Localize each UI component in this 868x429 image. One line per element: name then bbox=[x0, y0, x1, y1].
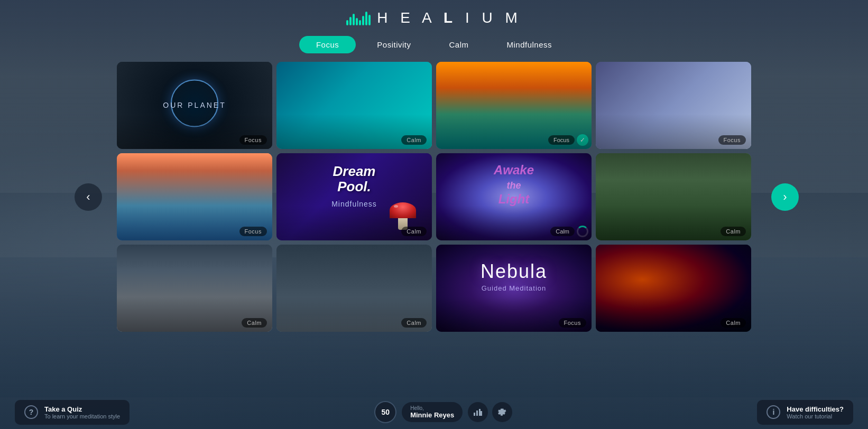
prev-button[interactable]: ‹ bbox=[75, 183, 102, 211]
logo-bar-6 bbox=[362, 16, 364, 25]
check-badge: Focus bbox=[548, 135, 575, 145]
logo-bar-2 bbox=[349, 17, 352, 25]
tab-calm[interactable]: Calm bbox=[432, 36, 485, 53]
card-badge-focus: Focus bbox=[239, 135, 267, 145]
card-badge-calm: Calm bbox=[401, 135, 427, 145]
card-badge-calm-10: Calm bbox=[401, 318, 427, 328]
card-winter-road[interactable]: Focus bbox=[596, 62, 751, 149]
card-badge-calm-12: Calm bbox=[721, 318, 746, 328]
media-grid: OUR PLANET Focus Calm Focus ✓ Focus bbox=[117, 62, 751, 332]
logo-bar-3 bbox=[353, 14, 355, 25]
card-badge-calm-9: Calm bbox=[242, 318, 267, 328]
loading-spinner bbox=[577, 226, 588, 237]
header: H E A L I U M bbox=[346, 0, 522, 32]
nav-tabs: Focus Positivity Calm Mindfulness bbox=[299, 36, 569, 53]
logo-bar-7 bbox=[365, 12, 367, 25]
logo-bar-1 bbox=[346, 20, 348, 25]
dream-pool-title: DreamPool. bbox=[276, 164, 432, 194]
card-forest[interactable]: Calm bbox=[596, 153, 751, 240]
app-title: H E A L I U M bbox=[377, 10, 522, 26]
card-badge-calm-8: Calm bbox=[721, 227, 746, 236]
logo-bar-4 bbox=[356, 18, 358, 25]
mushroom-cap bbox=[390, 202, 416, 218]
logo-bar-5 bbox=[359, 20, 361, 25]
planet-title: OUR PLANET bbox=[163, 101, 226, 109]
awake-title: Awake the Light bbox=[436, 163, 592, 207]
mushroom-decoration bbox=[390, 202, 416, 230]
card-badge-calm-6: Calm bbox=[401, 227, 427, 236]
card-nebula[interactable]: Nebula Guided Meditation Focus bbox=[436, 245, 592, 332]
nebula-title: Nebula bbox=[436, 260, 592, 283]
card-foggy-forest[interactable]: Calm bbox=[276, 245, 432, 332]
card-waterfall[interactable]: Focus ✓ bbox=[436, 62, 592, 149]
card-badge-focus-4: Focus bbox=[718, 135, 746, 145]
nebula-subtitle: Guided Meditation bbox=[436, 284, 592, 292]
card-dream-pool[interactable]: DreamPool. Mindfulness Calm bbox=[276, 153, 432, 240]
next-button[interactable]: › bbox=[771, 183, 799, 211]
card-beach-sunset[interactable]: Focus bbox=[117, 153, 272, 240]
card-our-planet[interactable]: OUR PLANET Focus bbox=[117, 62, 272, 149]
logo-icon bbox=[346, 11, 371, 25]
card-cosmic[interactable]: Calm bbox=[596, 245, 751, 332]
spinner-badge: Calm bbox=[550, 226, 588, 237]
card-awake-light[interactable]: Awake the Light Calm bbox=[436, 153, 592, 240]
card-misty-forest[interactable]: Calm bbox=[117, 245, 272, 332]
checkmark-icon: ✓ bbox=[577, 134, 588, 146]
logo-bar-8 bbox=[368, 15, 371, 25]
card-underwater[interactable]: Calm bbox=[276, 62, 432, 149]
content-area: ‹ OUR PLANET Focus Calm Focus ✓ bbox=[117, 62, 751, 332]
card-badge-focus-5: Focus bbox=[239, 227, 267, 236]
app-container: H E A L I U M Focus Positivity Calm Mind… bbox=[0, 0, 868, 429]
card-badge-focus-11: Focus bbox=[559, 318, 586, 328]
tab-mindfulness[interactable]: Mindfulness bbox=[490, 36, 569, 53]
tab-positivity[interactable]: Positivity bbox=[360, 36, 428, 53]
card-check: Focus ✓ bbox=[548, 134, 588, 146]
spinner-text: Calm bbox=[550, 227, 575, 236]
tab-focus[interactable]: Focus bbox=[299, 36, 356, 53]
